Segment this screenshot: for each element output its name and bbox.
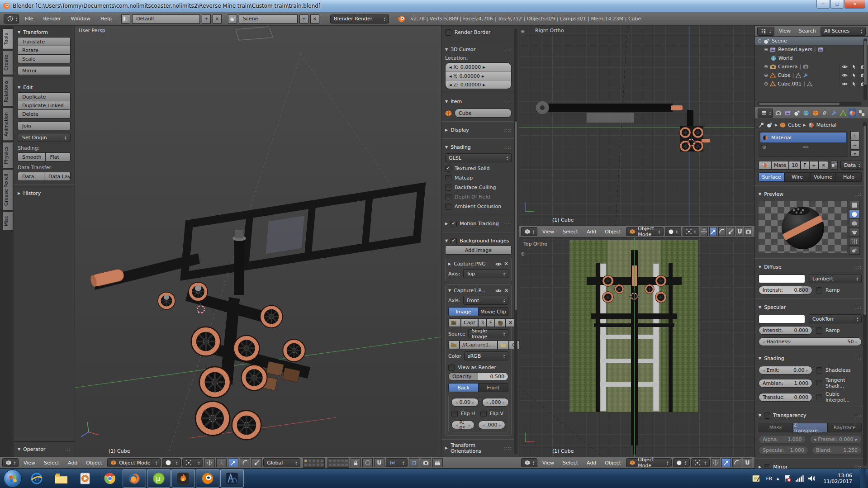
outliner-row-renderlayers[interactable]: ⊕ RenderLayers | [755,45,868,54]
panel-grip-icon[interactable] [63,447,71,452]
bg-image-2-name[interactable]: Capture1.P... [454,288,485,294]
transform-orientation-select[interactable]: Global [263,458,300,467]
material-datablock-name[interactable]: Mate [771,161,789,170]
scrollbar-thumb[interactable] [863,40,867,85]
arrow-left-icon[interactable]: ◂ [763,340,765,344]
panel-grip-icon[interactable] [504,145,512,150]
tab-object[interactable] [812,109,819,118]
arrow-right-icon[interactable]: ▸ [482,73,484,79]
flip-v-row[interactable]: Flip V [480,409,506,418]
tab-object-data[interactable] [840,109,847,118]
tab-wire[interactable]: Wire [784,172,810,182]
tab-surface[interactable]: Surface [759,172,784,182]
checkbox-icon[interactable] [764,412,770,419]
editor-type-info-button[interactable] [4,14,19,24]
emit-field[interactable]: ◂Emit:0.00▸ [759,366,812,374]
arrow-left-icon[interactable]: ◂ [449,73,452,79]
checkbox-icon[interactable] [816,394,822,400]
outliner-row-cube001[interactable]: ⊕ Cube.001 | [755,80,868,88]
render-border-row[interactable]: Render Border [445,28,512,37]
viewport-shading-select[interactable] [162,458,181,467]
tab-material[interactable] [849,109,856,118]
scrollbar-thumb[interactable] [863,125,867,315]
region-plus-icon[interactable]: ⊕ [521,28,525,34]
material-users-count[interactable]: 10 [789,161,801,170]
panel-grip-icon[interactable] [504,222,512,226]
manipulator-toggle[interactable] [711,458,721,467]
flip-h-row[interactable]: Flip H [451,409,477,418]
tooltab-physics[interactable]: Physics [2,142,13,169]
translate-manipulator[interactable] [228,458,238,467]
show-desktop-button[interactable] [860,469,866,488]
cursor-y-field[interactable]: ◂Y:0.00000▸ [446,71,511,80]
outliner-row-cube[interactable]: ⊕ Cube | [755,71,868,80]
duplicate-linked-button[interactable]: Duplicate Linked [18,101,71,110]
specular-shader-select[interactable]: CookTorr [809,314,862,323]
chevron-down-icon[interactable]: ▼ [448,289,451,293]
backface-culling-row[interactable]: Backface Culling [445,183,512,192]
preview-monkey-button[interactable] [849,228,860,237]
mode-select[interactable]: Object Mode [626,227,664,236]
slot-specials-menu[interactable]: ▾ [850,150,859,156]
specular-intensity-slider[interactable]: Intensit:0.000 [759,326,812,335]
scale-button[interactable]: Scale [18,54,71,63]
arrow-left-icon[interactable]: ◂ [763,368,765,373]
tab-render-layers[interactable] [784,109,791,118]
set-origin-menu[interactable]: Set Origin [18,133,71,142]
offset-y-field[interactable]: ◂.000▸ [482,398,509,407]
selectable-cursor-icon[interactable] [849,71,859,80]
taskbar-utorrent-icon[interactable]: µ [147,469,171,488]
translate-manipulator[interactable] [721,458,731,467]
image-fake-user-button[interactable]: F [487,318,495,327]
specular-transparency-slider[interactable]: Specula:1.000 [759,446,808,455]
menu-object[interactable]: Object [601,460,625,466]
language-indicator[interactable]: FR [766,476,772,482]
tab-texture[interactable] [858,109,865,118]
file-browse-icon[interactable] [498,341,509,349]
alpha-slider[interactable]: Alpha:1.000 [759,435,806,444]
join-button[interactable]: Join [18,121,71,130]
cursor-x-field[interactable]: ◂X:0.00000▸ [446,63,511,71]
axis-gizmo-icon[interactable] [216,458,227,467]
menu-view[interactable]: View [539,460,558,466]
eye-icon[interactable] [495,261,502,267]
tab-volume[interactable]: Volume [810,172,836,182]
opengl-render-icon[interactable] [421,458,431,467]
menu-select[interactable]: Select [559,229,582,235]
3d-viewport-user-persp[interactable]: User Persp (1) Cube [75,26,441,457]
shading-panel-header[interactable]: ▼Shading [445,142,512,152]
lock-to-scene-icon[interactable] [351,458,361,467]
h-scrollbar-thumb[interactable] [759,102,840,106]
blend-field[interactable]: Blend:1.250 [812,446,862,455]
region-plus-icon[interactable]: ⊕ [521,251,525,257]
image-toggle[interactable]: Image [448,307,479,316]
diffuse-color-swatch[interactable] [759,275,805,283]
specular-ramp-row[interactable]: Ramp [816,326,862,335]
editor-type-button[interactable] [758,109,773,118]
transparency-panel-header[interactable]: ▼Transparency [759,411,862,420]
checkbox-icon[interactable] [816,287,822,294]
slot-remove-button[interactable]: − [850,141,859,150]
diffuse-panel-header[interactable]: ▼Diffuse [759,262,862,272]
arrow-right-icon[interactable]: ▸ [472,400,474,405]
scale-manipulator[interactable] [727,227,735,236]
checkbox-icon[interactable] [816,367,822,374]
fresnel-field[interactable]: ◂Fresnel:0.000▸ [810,435,862,444]
image-users-count[interactable]: 3 [478,318,487,327]
panel-grip-icon[interactable] [854,413,862,418]
tab-halo[interactable]: Halo [836,172,862,182]
selectable-cursor-icon[interactable] [849,80,859,88]
panel-grip-icon[interactable] [854,305,862,310]
preview-flat-button[interactable] [849,201,860,209]
checkbox-icon[interactable] [445,185,451,191]
data-pin-select[interactable]: Data [840,161,863,170]
taskbar-flame-app-icon[interactable] [171,469,195,488]
arrow-left-icon[interactable]: ◂ [449,64,452,70]
checkbox-icon[interactable] [445,175,451,181]
preview-hair-button[interactable] [849,237,860,246]
outliner-search-menu[interactable]: Search [795,28,820,34]
panel-grip-icon[interactable] [854,265,862,270]
item-panel-header[interactable]: ▼Item [445,97,512,106]
ambient-occlusion-row[interactable]: Ambient Occlusion [445,202,512,211]
material-browse-icon[interactable] [759,161,771,170]
